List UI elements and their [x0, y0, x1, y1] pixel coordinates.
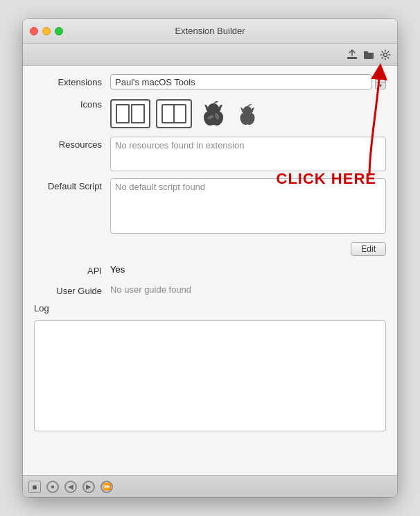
api-row: API Yes [34, 263, 386, 276]
user-guide-label: User Guide [34, 283, 110, 296]
extensions-control: ▲ ▼ [110, 74, 386, 89]
extensions-input[interactable] [110, 74, 372, 89]
default-script-value: No default script found [115, 182, 205, 192]
traffic-lights [30, 27, 63, 35]
api-value: Yes [110, 264, 386, 275]
icons-row: Icons [34, 96, 386, 130]
edit-button[interactable]: Edit [351, 242, 386, 256]
closed-book-shape [161, 104, 186, 123]
user-guide-value: No user guide found [110, 284, 386, 295]
default-script-control: No default script found [110, 178, 386, 234]
log-label: Log [34, 303, 49, 313]
bottom-bar: ■ ● ◀ ▶ ⏩ [23, 475, 397, 497]
toolbar [23, 44, 397, 66]
icons-control [110, 96, 386, 130]
forward-icon[interactable]: ▶ [82, 481, 95, 493]
resources-control: No resources found in extension [110, 137, 386, 171]
upload-icon[interactable] [346, 49, 358, 61]
titlebar: Extension Builder [23, 19, 397, 44]
resources-text: No resources found in extension [110, 137, 386, 171]
left-page [116, 104, 130, 123]
record-icon[interactable]: ● [46, 481, 59, 493]
svg-point-1 [384, 53, 387, 56]
default-script-row: Default Script No default script found [34, 178, 386, 234]
icons-label: Icons [34, 96, 110, 110]
close-button[interactable] [30, 27, 38, 35]
fast-forward-icon[interactable]: ⏩ [100, 481, 113, 493]
stop-icon[interactable]: ■ [28, 481, 41, 493]
stepper-down-icon[interactable]: ▼ [376, 83, 385, 89]
default-script-text: No default script found [110, 178, 386, 234]
user-guide-row: User Guide No user guide found [34, 283, 386, 296]
extensions-row: Extensions ▲ ▼ [34, 74, 386, 89]
window-title: Extension Builder [175, 26, 245, 36]
right-page [131, 104, 145, 123]
apple-icon-badge-1[interactable] [198, 98, 229, 130]
content-area: Extensions ▲ ▼ Icons [23, 66, 397, 475]
open-book-pages [116, 104, 145, 123]
folder-icon[interactable] [362, 49, 375, 61]
maximize-button[interactable] [55, 27, 63, 35]
extensions-stepper[interactable]: ▲ ▼ [375, 74, 386, 89]
resources-label: Resources [34, 137, 110, 150]
back-icon[interactable]: ◀ [64, 481, 77, 493]
open-book-icon[interactable] [110, 99, 150, 128]
closed-book-icon[interactable] [156, 99, 192, 128]
apple-svg-2 [238, 103, 257, 125]
resources-row: Resources No resources found in extensio… [34, 137, 386, 171]
default-script-label: Default Script [34, 178, 110, 191]
extension-builder-window: Extension Builder [23, 19, 397, 497]
log-box [34, 320, 386, 431]
log-section: Log [34, 303, 386, 313]
apple-icon-2[interactable] [235, 101, 260, 127]
minimize-button[interactable] [42, 27, 51, 35]
stepper-up-icon[interactable]: ▲ [376, 75, 385, 83]
gear-icon[interactable] [379, 49, 392, 61]
api-label: API [34, 263, 110, 276]
svg-rect-0 [347, 57, 357, 59]
edit-row: Edit [34, 242, 386, 256]
apple-svg-1 [200, 99, 227, 128]
extensions-label: Extensions [34, 74, 110, 87]
